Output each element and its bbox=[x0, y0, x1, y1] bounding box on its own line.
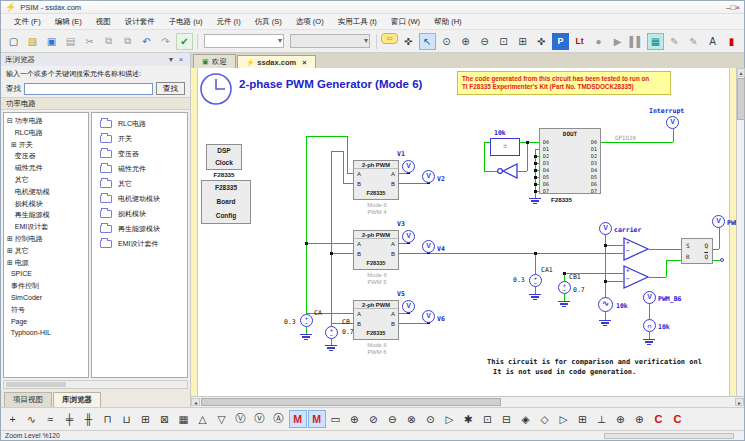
pwm-probe[interactable]: V bbox=[712, 215, 725, 228]
menu-item[interactable]: 帮助 (H) bbox=[427, 15, 469, 29]
element-icon[interactable]: ⊞ bbox=[574, 410, 592, 428]
draw2-icon[interactable]: ✎ bbox=[685, 33, 702, 50]
menu-item[interactable]: 子电路 (u) bbox=[162, 15, 210, 29]
element-icon[interactable]: ▦ bbox=[175, 410, 193, 428]
zoom-area-icon[interactable]: ⊞ bbox=[514, 33, 531, 50]
element-icon[interactable]: △ bbox=[194, 410, 212, 428]
run-icon[interactable]: ▶ bbox=[609, 33, 626, 50]
folder-item[interactable]: 损耗模块 bbox=[94, 206, 185, 221]
tree-item[interactable]: 再生能源模 bbox=[7, 209, 88, 221]
voltage-probe-v1[interactable]: V bbox=[402, 160, 415, 173]
clip-icon[interactable]: ▮ bbox=[723, 33, 740, 50]
copy-icon[interactable]: ⧉ bbox=[100, 33, 117, 50]
search-button[interactable]: 查找 bbox=[156, 82, 185, 95]
zoom-icon[interactable]: ⊙ bbox=[438, 33, 455, 50]
sidebar-tab[interactable]: 库浏览器 bbox=[53, 392, 101, 407]
element-icon[interactable]: ⊥ bbox=[593, 410, 611, 428]
wire-label-icon[interactable]: ▭ bbox=[381, 33, 398, 44]
element-icon[interactable]: ⊓ bbox=[99, 410, 117, 428]
element-icon[interactable]: ╪ bbox=[61, 410, 79, 428]
zoom-in-icon[interactable]: ⊕ bbox=[457, 33, 474, 50]
ground-symbol[interactable] bbox=[529, 198, 541, 205]
source-ca[interactable]: +− bbox=[300, 314, 313, 327]
note-box[interactable]: The code generated from this circuit has… bbox=[457, 71, 671, 95]
folder-item[interactable]: 其它 bbox=[94, 176, 185, 191]
element-icon[interactable]: ▷ bbox=[441, 410, 459, 428]
tab-welcome[interactable]: ▣欢迎 bbox=[193, 54, 236, 68]
tree-item[interactable]: SPICE bbox=[7, 268, 88, 280]
element-icon[interactable]: ◈ bbox=[517, 410, 535, 428]
simview-icon[interactable]: ▦ bbox=[647, 33, 664, 50]
element-icon[interactable]: ⊡ bbox=[479, 410, 497, 428]
sidebar-tab[interactable]: 项目视图 bbox=[4, 392, 52, 407]
paste-icon[interactable]: ⧉ bbox=[119, 33, 136, 50]
folder-item[interactable]: 变压器 bbox=[94, 146, 185, 161]
folder-item[interactable]: EMI设计套件 bbox=[94, 236, 185, 251]
source-cb[interactable]: +− bbox=[325, 326, 338, 339]
canvas-vscrollbar[interactable]: ▲ bbox=[736, 68, 744, 396]
ground-symbol[interactable] bbox=[529, 294, 541, 301]
element-icon[interactable]: M bbox=[289, 410, 307, 428]
element-icon[interactable]: ⊕ bbox=[631, 410, 649, 428]
element-icon[interactable]: ⊘ bbox=[365, 410, 383, 428]
dout-block[interactable]: DOUT D0D1D2D3D4D5D6D7 D0D1D2D3D4D5D6D7 bbox=[539, 128, 601, 194]
comparator-1[interactable]: + − bbox=[623, 237, 649, 263]
element-icon[interactable]: ▷ bbox=[555, 410, 573, 428]
element-icon[interactable]: ╫ bbox=[80, 410, 98, 428]
ground-symbol[interactable] bbox=[325, 345, 337, 352]
library-combo[interactable] bbox=[204, 34, 284, 48]
element-icon[interactable]: ✱ bbox=[460, 410, 478, 428]
folder-item[interactable]: 再生能源模块 bbox=[94, 221, 185, 236]
folder-item[interactable]: 电机驱动模块 bbox=[94, 191, 185, 206]
ground-symbol[interactable] bbox=[558, 301, 570, 308]
pwm-block[interactable]: 2-ph PWM AA BB F28335 Mode 6PWM 6 bbox=[353, 300, 399, 340]
collapse-icon[interactable]: ▼ bbox=[166, 56, 176, 63]
element-icon[interactable]: ≈ bbox=[42, 410, 60, 428]
element-icon[interactable]: ⊗ bbox=[403, 410, 421, 428]
zoom-out-icon[interactable]: ⊖ bbox=[476, 33, 493, 50]
cut-icon[interactable]: ✂ bbox=[81, 33, 98, 50]
tree-item[interactable]: 其它 bbox=[7, 174, 88, 186]
element-icon[interactable]: ▽ bbox=[213, 410, 231, 428]
element-icon[interactable]: ⊟ bbox=[498, 410, 516, 428]
element-icon[interactable]: ▭ bbox=[327, 410, 345, 428]
tree-item[interactable]: Typhoon-HIL bbox=[7, 327, 88, 339]
tree-item[interactable]: 变压器 bbox=[7, 150, 88, 162]
stop-icon[interactable]: ● bbox=[590, 33, 607, 50]
tree-item[interactable]: EMI设计套 bbox=[7, 221, 88, 233]
menu-item[interactable]: 仿真 (S) bbox=[248, 15, 289, 29]
element-icon[interactable]: M bbox=[308, 410, 326, 428]
print-icon[interactable]: ▤ bbox=[62, 33, 79, 50]
element-icon[interactable]: C bbox=[669, 410, 687, 428]
menu-item[interactable]: 视图 bbox=[89, 15, 118, 29]
draw-icon[interactable]: ✎ bbox=[666, 33, 683, 50]
tree-item[interactable]: 符号 bbox=[7, 304, 88, 316]
voltage-probe-v6[interactable]: V bbox=[422, 310, 435, 323]
new-icon[interactable]: ▢ bbox=[5, 33, 22, 50]
tree-item[interactable]: 电机驱动模 bbox=[7, 186, 88, 198]
monostable-block[interactable]: ± bbox=[490, 138, 520, 156]
voltage-probe-v5[interactable]: V bbox=[402, 300, 415, 313]
schematic-canvas[interactable]: 2-phase PWM Generator (Mode 6) The code … bbox=[191, 68, 736, 396]
inverter-gate[interactable] bbox=[496, 163, 518, 179]
interrupt-probe[interactable]: V bbox=[666, 116, 679, 129]
pan-alt-icon[interactable]: ✜ bbox=[533, 33, 550, 50]
element-icon[interactable]: ⊕ bbox=[612, 410, 630, 428]
source-cb1[interactable]: +− bbox=[558, 281, 571, 294]
voltage-probe-v4[interactable]: V bbox=[422, 240, 435, 253]
zoom-fit-icon[interactable]: ⊡ bbox=[495, 33, 512, 50]
menu-item[interactable]: 文件 (F) bbox=[7, 15, 48, 29]
element-icon[interactable]: Ⓥ bbox=[232, 410, 250, 428]
menu-item[interactable]: 实用工具 (t) bbox=[331, 15, 384, 29]
element-icon[interactable]: + bbox=[4, 410, 22, 428]
open-icon[interactable]: ▨ bbox=[24, 33, 41, 50]
element-icon[interactable]: C bbox=[650, 410, 668, 428]
tree-item[interactable]: ⊞ 开关 bbox=[7, 139, 88, 151]
element-icon[interactable]: ⊔ bbox=[118, 410, 136, 428]
lt-icon[interactable]: Lt bbox=[571, 33, 588, 50]
menu-item[interactable]: 选项 (O) bbox=[289, 15, 331, 29]
ground-symbol[interactable] bbox=[300, 334, 312, 341]
pwm-b6-probe[interactable]: V bbox=[643, 291, 656, 304]
text-tool-icon[interactable]: A bbox=[704, 33, 721, 50]
board-config-block[interactable]: F28335BoardConfig bbox=[201, 180, 251, 224]
